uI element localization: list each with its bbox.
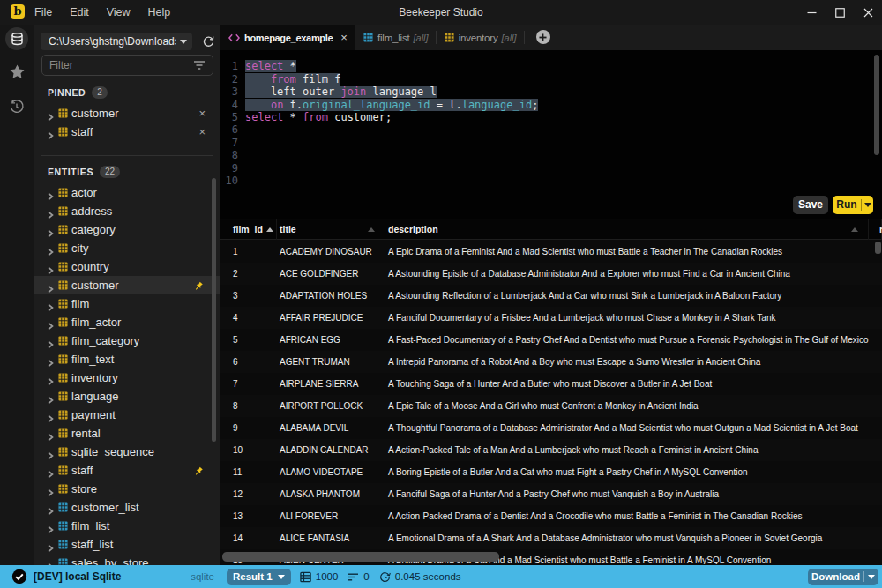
sidebar-item-sales_by_store[interactable]: sales_by_store (34, 554, 220, 565)
run-dropdown-caret[interactable] (862, 196, 873, 214)
sidebar-item-language[interactable]: language (34, 387, 220, 406)
run-button[interactable]: Run (833, 196, 873, 214)
result-selector[interactable]: Result 1 (227, 569, 291, 585)
table-row[interactable]: 10ALADDIN CALENDARA Action-Packed Tale o… (220, 439, 882, 461)
chevron-right-icon[interactable] (46, 207, 55, 216)
chevron-right-icon[interactable] (46, 448, 55, 457)
menu-help[interactable]: Help (139, 6, 180, 19)
new-tab-button[interactable] (536, 30, 550, 44)
chevron-right-icon[interactable] (46, 109, 55, 118)
sidebar-item-film_category[interactable]: film_category (34, 331, 220, 350)
chevron-right-icon[interactable] (46, 559, 55, 566)
maximize-button[interactable] (826, 0, 854, 25)
chevron-right-icon[interactable] (46, 466, 55, 475)
menu-view[interactable]: View (98, 6, 139, 19)
sort-asc-icon[interactable] (266, 227, 273, 232)
sort-asc-icon[interactable] (851, 227, 858, 232)
chevron-right-icon[interactable] (46, 244, 55, 253)
chevron-right-icon[interactable] (46, 263, 55, 272)
sidebar-item-payment[interactable]: payment (34, 406, 220, 424)
tab-homepage_example[interactable]: homepage_example× (220, 25, 355, 50)
sort-asc-icon[interactable] (368, 227, 375, 232)
refresh-icon[interactable] (202, 35, 215, 48)
sidebar-item-rental[interactable]: rental (34, 424, 220, 443)
close-tab-icon[interactable]: × (340, 31, 348, 44)
database-tab-icon[interactable] (5, 27, 28, 50)
chevron-right-icon[interactable] (46, 392, 55, 401)
sidebar-item-city[interactable]: city (34, 239, 220, 257)
chevron-right-icon[interactable] (46, 522, 55, 531)
database-selector[interactable]: C:\Users\ghstng\Downloads (41, 33, 192, 50)
sidebar-item-category[interactable]: category (34, 220, 220, 239)
table-row[interactable]: 6AGENT TRUMANA Intrepid Panorama of a Ro… (220, 351, 882, 373)
run-button-label[interactable]: Run (833, 196, 861, 214)
sidebar-item-sqlite_sequence[interactable]: sqlite_sequence (34, 443, 220, 461)
chevron-right-icon[interactable] (46, 540, 55, 549)
table-row[interactable]: 5AFRICAN EGGA Fast-Paced Documentary of … (220, 329, 882, 351)
download-dropdown-caret[interactable] (864, 575, 878, 579)
tab-film_list[interactable]: film_list[all] (355, 25, 437, 50)
history-tab-icon[interactable] (5, 95, 28, 118)
table-row[interactable]: 9ALABAMA DEVILA Thoughtful Panorama of a… (220, 417, 882, 439)
table-row[interactable]: 3ADAPTATION HOLESA Astounding Reflection… (220, 285, 882, 307)
table-row[interactable]: 14ALICE FANTASIAA Emotional Drama of a A… (220, 527, 882, 549)
table-row[interactable]: 2ACE GOLDFINGERA Astounding Epistle of a… (220, 263, 882, 285)
close-button[interactable] (854, 0, 882, 25)
tab-inventory[interactable]: inventory[all] (437, 25, 525, 50)
table-row[interactable]: 13ALI FOREVERA Action-Packed Drama of a … (220, 505, 882, 527)
sidebar-item-customer_list[interactable]: customer_list (34, 498, 220, 517)
results-vertical-scrollbar[interactable] (875, 242, 881, 254)
horizontal-scroll-thumb[interactable] (222, 552, 499, 562)
column-header-description[interactable]: description (385, 219, 869, 240)
sidebar-item-address[interactable]: address (34, 202, 220, 220)
sidebar-item-film_text[interactable]: film_text (34, 350, 220, 368)
pin-icon[interactable] (193, 279, 204, 295)
table-row[interactable]: 7AIRPLANE SIERRAA Touching Saga of a Hun… (220, 373, 882, 395)
unpin-close-icon[interactable]: × (198, 123, 206, 141)
sidebar-item-store[interactable]: store (34, 480, 220, 498)
sidebar-item-customer[interactable]: customer (34, 276, 220, 294)
chevron-right-icon[interactable] (46, 300, 55, 309)
sidebar-item-customer[interactable]: customer× (34, 104, 220, 123)
sql-editor[interactable]: 1select *2 from film f3 left outer join … (220, 50, 882, 219)
unpin-close-icon[interactable]: × (198, 104, 206, 123)
sidebar-scrollbar[interactable] (212, 178, 216, 442)
chevron-right-icon[interactable] (46, 503, 55, 512)
chevron-right-icon[interactable] (46, 355, 55, 364)
filter-input[interactable] (49, 59, 193, 71)
chevron-right-icon[interactable] (46, 318, 55, 327)
favorites-tab-icon[interactable] (5, 60, 28, 83)
sidebar-item-film_list[interactable]: film_list (34, 517, 220, 535)
sidebar-item-staff[interactable]: staff (34, 461, 220, 480)
menu-edit[interactable]: Edit (61, 6, 98, 19)
table-row[interactable]: 4AFFAIR PREJUDICEA Fanciful Documentary … (220, 307, 882, 329)
sidebar-item-staff_list[interactable]: staff_list (34, 535, 220, 554)
column-header-film_id[interactable]: film_id (220, 219, 277, 240)
sidebar-item-staff[interactable]: staff× (34, 123, 220, 141)
chevron-right-icon[interactable] (46, 429, 55, 438)
results-horizontal-scrollbar[interactable] (220, 551, 882, 562)
download-button[interactable]: Download (808, 569, 878, 585)
chevron-right-icon[interactable] (46, 128, 55, 137)
save-button[interactable]: Save (793, 196, 828, 214)
table-row[interactable]: 12ALASKA PHANTOMA Fanciful Saga of a Hun… (220, 483, 882, 505)
table-row[interactable]: 8AIRPORT POLLOCKA Epic Tale of a Moose A… (220, 395, 882, 417)
column-header-title[interactable]: title (277, 219, 385, 240)
table-row[interactable]: 1ACADEMY DINOSAURA Epic Drama of a Femin… (220, 241, 882, 263)
minimize-button[interactable] (797, 0, 826, 25)
chevron-right-icon[interactable] (46, 281, 55, 290)
editor-scrollbar[interactable] (874, 55, 879, 155)
chevron-right-icon[interactable] (46, 411, 55, 420)
chevron-right-icon[interactable] (46, 374, 55, 383)
sidebar-item-film[interactable]: film (34, 294, 220, 313)
sidebar-item-actor[interactable]: actor (34, 183, 220, 202)
table-row[interactable]: 11ALAMO VIDEOTAPEA Boring Epistle of a B… (220, 461, 882, 483)
pin-icon[interactable] (193, 465, 204, 480)
chevron-right-icon[interactable] (46, 337, 55, 346)
menu-file[interactable]: File (26, 6, 61, 19)
sidebar-item-inventory[interactable]: inventory (34, 368, 220, 387)
sidebar-item-country[interactable]: country (34, 257, 220, 276)
sidebar-item-film_actor[interactable]: film_actor (34, 313, 220, 331)
chevron-right-icon[interactable] (46, 189, 55, 197)
chevron-right-icon[interactable] (46, 485, 55, 494)
